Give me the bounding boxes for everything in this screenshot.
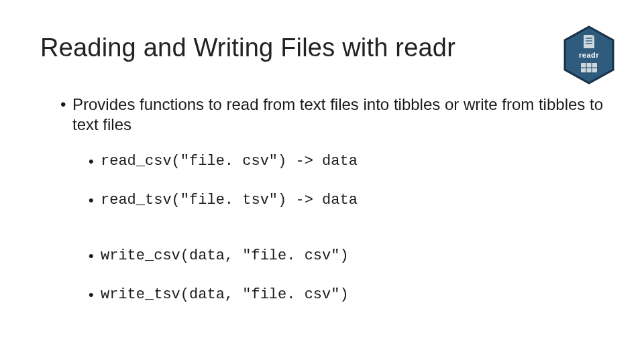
slide: readr Reading and Writing Files with rea… bbox=[0, 0, 644, 362]
code-text: write_tsv(data, "file. csv") bbox=[101, 286, 349, 303]
svg-rect-1 bbox=[584, 35, 594, 48]
code-bullet: read_csv("file. csv") -> data bbox=[89, 152, 604, 171]
code-bullet: read_tsv("file. tsv") -> data bbox=[89, 191, 604, 210]
code-text: read_csv("file. csv") -> data bbox=[101, 153, 358, 170]
code-text: read_tsv("file. tsv") -> data bbox=[101, 192, 358, 208]
readr-hex-logo: readr bbox=[564, 25, 614, 84]
slide-content: Provides functions to read from text fil… bbox=[40, 95, 604, 304]
slide-title: Reading and Writing Files with readr bbox=[40, 34, 604, 62]
code-bullet: write_csv(data, "file. csv") bbox=[89, 247, 604, 265]
bullet-main-text: Provides functions to read from text fil… bbox=[72, 95, 603, 133]
code-text: write_csv(data, "file. csv") bbox=[101, 247, 349, 264]
code-bullet: write_tsv(data, "file. csv") bbox=[89, 286, 604, 304]
bullet-main: Provides functions to read from text fil… bbox=[60, 95, 604, 304]
hex-logo-label: readr bbox=[564, 51, 614, 59]
